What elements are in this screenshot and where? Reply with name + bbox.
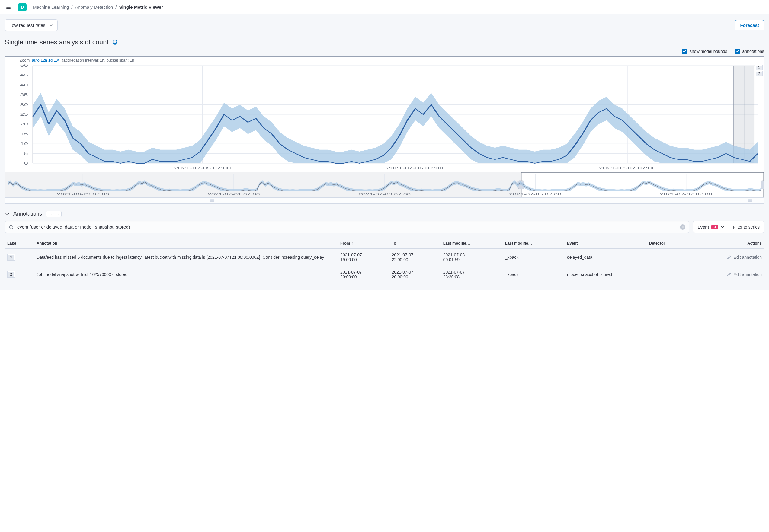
svg-text:2021-07-01 07:00: 2021-07-01 07:00: [208, 192, 260, 196]
chevron-down-icon: [49, 23, 53, 27]
col-label[interactable]: Label: [5, 238, 34, 249]
breadcrumb-ml[interactable]: Machine Learning: [33, 5, 69, 10]
close-icon: [681, 226, 684, 229]
pencil-icon: [727, 255, 731, 259]
sort-asc-icon: ↑: [351, 241, 354, 245]
col-modby[interactable]: Last modifie…: [503, 238, 565, 249]
svg-text:35: 35: [20, 93, 28, 97]
annotation-modtime: 2021-07-0723:20:08: [441, 266, 503, 283]
clear-search-button[interactable]: [680, 224, 685, 230]
context-scroll-track[interactable]: [5, 197, 764, 204]
annotation-to: 2021-07-0720:00:00: [389, 266, 441, 283]
hamburger-menu-button[interactable]: [2, 1, 14, 13]
refresh-icon[interactable]: [112, 40, 118, 45]
filter-to-series-button[interactable]: Filter to series: [729, 222, 764, 232]
context-chart[interactable]: 2021-06-29 07:002021-07-01 07:002021-07-…: [5, 172, 764, 197]
top-bar: D Machine Learning / Anomaly Detection /…: [0, 0, 769, 14]
toggle-model-bounds[interactable]: show model bounds: [682, 49, 727, 54]
svg-text:40: 40: [20, 83, 28, 87]
svg-text:20: 20: [20, 122, 28, 126]
checkbox-checked-icon: [682, 49, 687, 54]
event-filter[interactable]: Event 3: [693, 222, 729, 232]
annotation-text: Datafeed has missed 5 documents due to i…: [34, 249, 338, 266]
edit-annotation-button[interactable]: Edit annotation: [690, 255, 762, 260]
filter-group: Event 3 Filter to series: [693, 221, 764, 233]
focus-chart-svg: 051015202530354045502021-07-05 07:002021…: [5, 63, 764, 172]
breadcrumb: Machine Learning / Anomaly Detection / S…: [30, 0, 163, 14]
col-to[interactable]: To: [389, 238, 441, 249]
edit-annotation-button[interactable]: Edit annotation: [690, 272, 762, 277]
svg-text:2021-07-05 07:00: 2021-07-05 07:00: [174, 166, 231, 170]
search-icon: [9, 225, 14, 229]
svg-text:45: 45: [20, 73, 28, 77]
annotation-modby: _xpack: [503, 266, 565, 283]
scroll-thumb[interactable]: [748, 199, 752, 202]
job-selector[interactable]: Low request rates: [5, 19, 58, 31]
chevron-down-icon[interactable]: [5, 212, 10, 216]
svg-rect-36: [761, 181, 764, 189]
svg-text:2021-06-29 07:00: 2021-06-29 07:00: [57, 192, 109, 196]
annotation-label-chip: 2: [7, 271, 15, 278]
svg-text:2021-07-05 07:00: 2021-07-05 07:00: [509, 192, 561, 196]
breadcrumb-sep: /: [115, 5, 117, 10]
job-selector-label: Low request rates: [9, 23, 45, 28]
breadcrumb-current: Single Metric Viewer: [119, 5, 163, 10]
svg-text:50: 50: [20, 63, 28, 67]
toggle-annotations[interactable]: annotations: [735, 49, 764, 54]
breadcrumb-anomaly[interactable]: Anomaly Detection: [75, 5, 113, 10]
col-detector[interactable]: Detector: [647, 238, 687, 249]
col-from[interactable]: From↑: [338, 238, 389, 249]
svg-text:30: 30: [20, 103, 28, 107]
annotation-event: delayed_data: [565, 249, 647, 266]
zoom-bar: Zoom: auto 12h 1d 1w (aggregation interv…: [5, 57, 764, 63]
context-chart-svg: 2021-06-29 07:002021-07-01 07:002021-07-…: [5, 172, 764, 197]
svg-text:2021-07-07 07:00: 2021-07-07 07:00: [660, 192, 712, 196]
annotation-modby: _xpack: [503, 249, 565, 266]
table-row: 2 Job model snapshot with id [1625700007…: [5, 266, 764, 283]
svg-text:2021-07-07 07:00: 2021-07-07 07:00: [599, 166, 656, 170]
search-input[interactable]: [17, 224, 677, 230]
focus-chart[interactable]: Zoom: auto 12h 1d 1w (aggregation interv…: [5, 56, 764, 172]
svg-text:2021-07-03 07:00: 2021-07-03 07:00: [358, 192, 411, 196]
annotations-table: Label Annotation From↑ To Last modifie… …: [5, 238, 764, 283]
scroll-thumb[interactable]: [210, 199, 214, 202]
pencil-icon: [727, 272, 731, 277]
annotation-from: 2021-07-0719:00:00: [338, 249, 389, 266]
zoom-1d[interactable]: 1d: [48, 58, 53, 62]
annotation-marker-1[interactable]: 1: [755, 65, 763, 70]
svg-text:0: 0: [24, 161, 28, 165]
annotations-total-badge: Total: 2: [46, 211, 62, 217]
annotation-to: 2021-07-0722:00:00: [389, 249, 441, 266]
col-event[interactable]: Event: [565, 238, 647, 249]
svg-text:10: 10: [20, 142, 28, 146]
zoom-1w[interactable]: 1w: [54, 58, 59, 62]
col-modtime[interactable]: Last modifie…: [441, 238, 503, 249]
breadcrumb-sep: /: [71, 5, 72, 10]
annotation-label-chip: 1: [7, 254, 15, 261]
hamburger-icon: [6, 5, 11, 9]
col-actions[interactable]: Actions: [687, 238, 764, 249]
annotation-detector: [647, 249, 687, 266]
annotations-heading: Annotations: [13, 211, 42, 217]
zoom-auto[interactable]: auto: [32, 58, 39, 62]
annotation-detector: [647, 266, 687, 283]
svg-text:15: 15: [20, 132, 28, 136]
col-annotation[interactable]: Annotation: [34, 238, 338, 249]
table-row: 1 Datafeed has missed 5 documents due to…: [5, 249, 764, 266]
annotation-from: 2021-07-0720:00:00: [338, 266, 389, 283]
space-logo[interactable]: D: [18, 3, 27, 11]
svg-text:25: 25: [20, 112, 28, 116]
chevron-down-icon: [721, 225, 724, 229]
checkbox-checked-icon: [735, 49, 740, 54]
annotation-marker-2[interactable]: 2: [755, 71, 763, 76]
annotations-search[interactable]: [5, 221, 689, 233]
event-count-badge: 3: [711, 225, 718, 229]
annotation-modtime: 2021-07-0800:01:59: [441, 249, 503, 266]
zoom-12h[interactable]: 12h: [40, 58, 47, 62]
svg-point-47: [9, 225, 12, 228]
forecast-button[interactable]: Forecast: [735, 20, 764, 30]
svg-text:5: 5: [24, 152, 28, 155]
annotation-event: model_snapshot_stored: [565, 266, 647, 283]
svg-text:2021-07-06 07:00: 2021-07-06 07:00: [386, 166, 444, 170]
page-title: Single time series analysis of count: [5, 38, 764, 46]
